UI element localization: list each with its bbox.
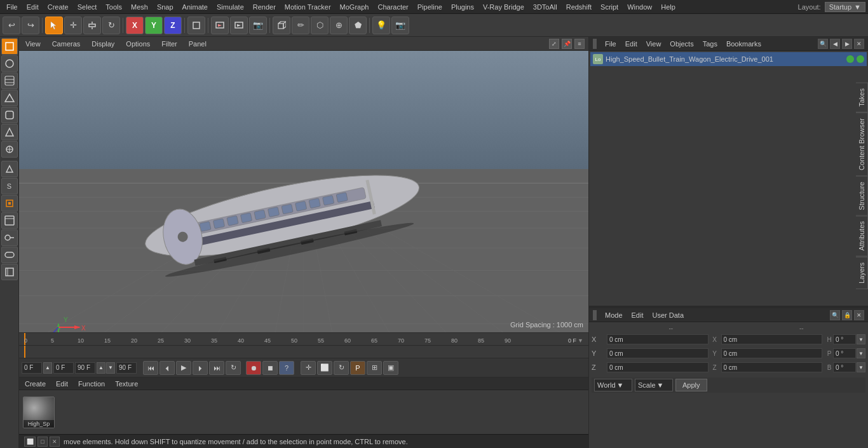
obj-vis-2[interactable] [857, 55, 864, 63]
z-axis-button[interactable]: Z [164, 17, 182, 34]
attr-b-arrow[interactable]: ▼ [857, 362, 865, 372]
menu-script[interactable]: Script [597, 2, 622, 12]
scale3d-btn[interactable]: ⬜ [317, 361, 332, 375]
start-frame-field[interactable] [53, 362, 74, 374]
om-view-menu[interactable]: View [644, 39, 663, 48]
object-row-train[interactable]: Lo High_Speed_Bullet_Train_Wagon_Electri… [590, 52, 867, 66]
tool11[interactable] [1, 229, 18, 246]
frame2-up-btn[interactable]: ▲ [97, 362, 105, 374]
help-btn[interactable]: ? [279, 361, 294, 375]
menu-edit[interactable]: Edit [23, 2, 43, 12]
current-frame2-field[interactable] [75, 362, 95, 374]
menu-plugins[interactable]: Plugins [447, 2, 478, 12]
viewport-options-menu[interactable]: Options [123, 39, 153, 49]
layout-dropdown[interactable]: Startup ▼ [825, 2, 865, 12]
viewport-expand-btn[interactable]: ⤢ [549, 39, 559, 49]
material-thumbnail[interactable]: High_Sp [23, 397, 55, 428]
om-tags-menu[interactable]: Tags [701, 39, 719, 48]
redo-button[interactable]: ↪ [22, 17, 39, 34]
menu-character[interactable]: Character [374, 2, 412, 12]
viewport-pin-btn[interactable]: 📌 [562, 39, 572, 49]
frame2-down-btn[interactable]: ▼ [106, 362, 115, 374]
menu-pipeline[interactable]: Pipeline [414, 2, 446, 12]
spline-tab[interactable] [1, 107, 18, 123]
material-texture-menu[interactable]: Texture [113, 379, 140, 388]
menu-tools[interactable]: Tools [102, 2, 126, 12]
viewport-display-menu[interactable]: Display [89, 39, 117, 49]
attr-y-field[interactable] [607, 348, 709, 358]
om-expand-btn[interactable]: ▶ [842, 39, 852, 49]
apply-button[interactable]: Apply [675, 379, 707, 391]
timeline-track[interactable] [19, 346, 588, 358]
menu-file[interactable]: File [3, 2, 22, 12]
prev-frame-btn[interactable]: ⏴ [159, 361, 175, 375]
viewport-cameras-menu[interactable]: Cameras [50, 39, 83, 49]
play-forward-btn[interactable]: ▶ [176, 361, 191, 375]
tab-structure[interactable]: Structure [856, 176, 868, 216]
polygon-button[interactable]: ⬟ [349, 17, 367, 34]
end-frame-field[interactable] [116, 362, 137, 374]
attr-h-arrow[interactable]: ▼ [857, 334, 865, 344]
tool7[interactable] [1, 161, 18, 177]
attr-z-field[interactable] [607, 362, 709, 372]
menu-render[interactable]: Render [249, 2, 280, 12]
tab-takes[interactable]: Takes [856, 83, 868, 112]
attr-yp-field[interactable] [721, 348, 823, 358]
render2-btn[interactable]: ▣ [383, 361, 398, 375]
attr-p-field[interactable] [833, 348, 856, 358]
attr-b-field[interactable] [833, 362, 856, 372]
menu-motion-tracker[interactable]: Motion Tracker [281, 2, 335, 12]
attr-h-field[interactable] [833, 334, 856, 344]
light-button[interactable]: 💡 [372, 17, 390, 34]
paint-tab[interactable] [1, 72, 18, 89]
render-region-button[interactable] [211, 17, 229, 34]
tool13[interactable] [1, 264, 18, 280]
menu-window[interactable]: Window [623, 2, 656, 12]
model-tab[interactable] [1, 38, 18, 55]
status-icon-1[interactable]: ⬜ [24, 437, 36, 447]
last-frame-btn[interactable]: ⏭ [209, 361, 224, 375]
menu-animate[interactable]: Animate [179, 2, 212, 12]
viewport[interactable]: Perspective [19, 51, 588, 332]
tool8[interactable]: S [1, 178, 18, 194]
viewport-view-menu[interactable]: View [23, 39, 43, 49]
menu-simulate[interactable]: Simulate [213, 2, 248, 12]
tab-content-browser[interactable]: Content Browser [856, 112, 868, 176]
texture-tab[interactable] [1, 55, 18, 72]
y-axis-button[interactable]: Y [145, 17, 163, 34]
current-frame-field[interactable] [22, 362, 42, 374]
undo-button[interactable]: ↩ [3, 17, 20, 34]
om-file-menu[interactable]: File [603, 39, 618, 48]
attr-close-btn[interactable]: ✕ [854, 310, 864, 320]
record-btn[interactable]: ⏺ [246, 361, 261, 375]
viewport-panel-menu[interactable]: Panel [186, 39, 209, 49]
menu-redshift[interactable]: Redshift [562, 2, 595, 12]
menu-snap[interactable]: Snap [153, 2, 177, 12]
viewport-filter-menu[interactable]: Filter [159, 39, 179, 49]
p-btn[interactable]: P [350, 361, 365, 375]
render-viewport-button[interactable] [230, 17, 248, 34]
attr-lock-btn[interactable]: 🔒 [842, 310, 852, 320]
attr-xh-field[interactable] [721, 334, 823, 344]
attr-p-arrow[interactable]: ▼ [857, 348, 865, 358]
om-bookmarks-menu[interactable]: Bookmarks [724, 39, 763, 48]
tool6[interactable] [1, 141, 18, 158]
next-frame-btn[interactable]: ⏵ [193, 361, 208, 375]
tab-attributes[interactable]: Attributes [856, 215, 868, 256]
attr-search-btn[interactable]: 🔍 [830, 310, 840, 320]
menu-vray[interactable]: V-Ray Bridge [479, 2, 528, 12]
rotate3d-btn[interactable]: ↻ [334, 361, 349, 375]
frame-up-btn[interactable]: ▲ [43, 362, 52, 374]
pen-button[interactable]: ✏ [292, 17, 309, 34]
select-tool-button[interactable] [45, 17, 63, 34]
magnet-button[interactable]: ⊕ [330, 17, 348, 34]
tool10[interactable] [1, 212, 18, 229]
render-picture-viewer-button[interactable]: 📷 [249, 17, 267, 34]
om-edit-menu[interactable]: Edit [623, 39, 639, 48]
attr-mode-menu[interactable]: Mode [603, 311, 625, 320]
menu-3dtoall[interactable]: 3DToAll [529, 2, 561, 12]
cube-button[interactable] [273, 17, 290, 34]
obj-vis-1[interactable] [846, 55, 854, 63]
material-create-menu[interactable]: Create [23, 379, 48, 388]
tab-layers[interactable]: Layers [856, 257, 868, 289]
